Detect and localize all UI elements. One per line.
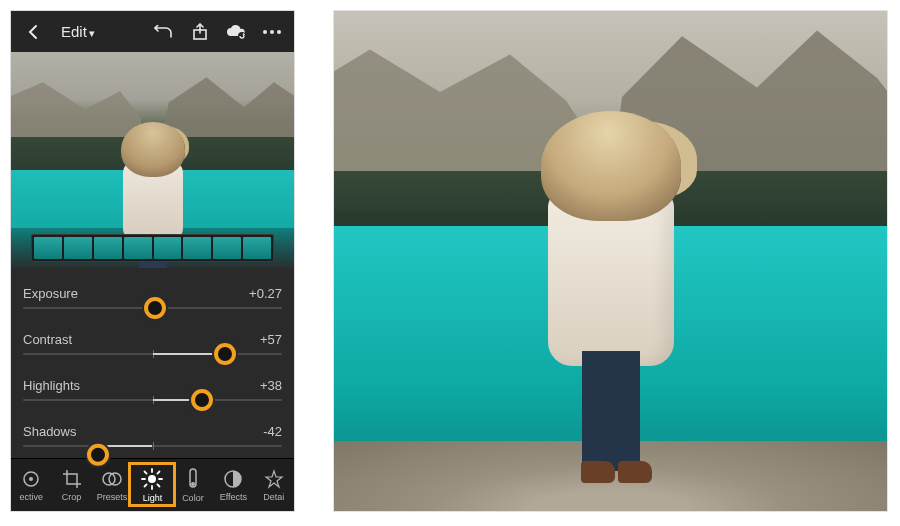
- svg-point-2: [263, 30, 267, 34]
- tool-label: Presets: [97, 492, 128, 502]
- contrast-slider[interactable]: Contrast+57: [23, 320, 282, 366]
- sliders-panel: Exposure+0.27Contrast+57Highlights+38Sha…: [11, 268, 294, 458]
- svg-point-1: [238, 32, 246, 40]
- tool-effects[interactable]: Effects: [213, 469, 253, 502]
- phone-mock: Edit▾: [10, 10, 295, 512]
- slider-value: +38: [260, 378, 282, 393]
- tool-label: ective: [19, 492, 43, 502]
- tool-label: Crop: [62, 492, 82, 502]
- bottom-toolbar: ectiveCropPresetsLightColorEffectsDetai: [11, 458, 294, 511]
- effects-icon: [223, 469, 243, 489]
- tool-color[interactable]: Color: [173, 468, 213, 503]
- slider-label: Shadows: [23, 424, 76, 439]
- svg-line-17: [145, 484, 147, 486]
- cloud-sync-icon[interactable]: [224, 20, 248, 44]
- tool-label: Detai: [263, 492, 284, 502]
- detail-icon: [264, 469, 284, 489]
- slider-thumb[interactable]: [214, 343, 236, 365]
- tool-label: Effects: [220, 492, 247, 502]
- svg-point-4: [277, 30, 281, 34]
- slider-value: +0.27: [249, 286, 282, 301]
- slider-value: +57: [260, 332, 282, 347]
- slider-thumb[interactable]: [87, 444, 109, 466]
- slider-track[interactable]: [23, 445, 282, 447]
- top-bar: Edit▾: [11, 11, 294, 52]
- svg-point-6: [29, 477, 33, 481]
- tool-presets[interactable]: Presets: [92, 469, 132, 502]
- slider-track[interactable]: [23, 353, 282, 355]
- highlights-slider[interactable]: Highlights+38: [23, 366, 282, 412]
- tool-light[interactable]: Light: [132, 468, 172, 503]
- tool-label: Color: [182, 493, 204, 503]
- exposure-slider[interactable]: Exposure+0.27: [23, 274, 282, 320]
- result-photo: [333, 10, 888, 512]
- svg-line-16: [158, 471, 160, 473]
- svg-line-15: [158, 484, 160, 486]
- slider-label: Contrast: [23, 332, 72, 347]
- photo-preview[interactable]: [11, 52, 294, 268]
- back-icon[interactable]: [21, 20, 45, 44]
- presets-icon: [102, 469, 122, 489]
- screen-title[interactable]: Edit▾: [57, 23, 95, 41]
- svg-point-19: [191, 482, 195, 486]
- tool-label: Light: [143, 493, 163, 503]
- tool-crop[interactable]: Crop: [52, 469, 92, 502]
- crop-icon: [62, 469, 82, 489]
- filmstrip[interactable]: [31, 234, 274, 262]
- svg-point-9: [148, 475, 156, 483]
- shadows-slider[interactable]: Shadows-42: [23, 412, 282, 458]
- slider-thumb[interactable]: [191, 389, 213, 411]
- color-icon: [186, 468, 200, 490]
- selective-icon: [21, 469, 41, 489]
- svg-line-14: [145, 471, 147, 473]
- undo-icon[interactable]: [152, 20, 176, 44]
- slider-value: -42: [263, 424, 282, 439]
- slider-label: Exposure: [23, 286, 78, 301]
- light-icon: [141, 468, 163, 490]
- slider-track[interactable]: [23, 399, 282, 401]
- more-icon[interactable]: [260, 20, 284, 44]
- share-icon[interactable]: [188, 20, 212, 44]
- tool-detail[interactable]: Detai: [254, 469, 294, 502]
- slider-thumb[interactable]: [144, 297, 166, 319]
- svg-point-3: [270, 30, 274, 34]
- slider-track[interactable]: [23, 307, 282, 309]
- slider-label: Highlights: [23, 378, 80, 393]
- tool-selective[interactable]: ective: [11, 469, 51, 502]
